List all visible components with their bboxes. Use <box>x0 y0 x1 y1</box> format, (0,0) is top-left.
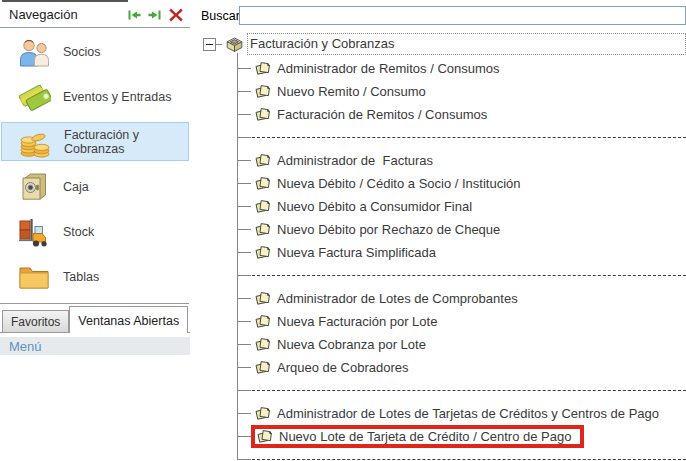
forms-icon <box>254 153 271 168</box>
sidebar-item-caja[interactable]: Caja <box>0 164 190 209</box>
collapse-panel-icon[interactable] <box>128 10 141 20</box>
tree-item-nuevo-debito-por-rechazo-de-cheque[interactable]: Nuevo Débito por Rechazo de Cheque <box>200 218 686 241</box>
separator-dashed-line <box>252 390 686 391</box>
tree-item-nueva-debito-cedito-a-socio-institucion[interactable]: Nueva Débito / Cédito a Socio / Instituc… <box>200 172 686 195</box>
tree-connector-line <box>238 160 251 161</box>
tree-separator <box>200 448 686 461</box>
tree-connector-line <box>238 229 251 230</box>
tree-item-label: Nuevo Remito / Consumo <box>277 84 426 99</box>
tree-connector-line <box>238 413 251 414</box>
sidebar-item-label: Facturación y Cobranzas <box>64 128 188 156</box>
tree-item-label: Nueva Débito / Cédito a Socio / Instituc… <box>277 176 521 191</box>
sidebar-title: Navegación <box>9 7 128 22</box>
sidebar-divider <box>0 303 189 304</box>
coins-icon <box>18 126 52 158</box>
separator-dashed-line <box>252 459 686 460</box>
tree-connector-line <box>238 344 251 345</box>
tree-item-label: Nuevo Débito por Rechazo de Cheque <box>277 222 500 237</box>
tree-item-label: Administrador de Remitos / Consumos <box>277 61 500 76</box>
tree-item-label: Administrador de Lotes de Tarjetas de Cr… <box>277 406 659 421</box>
sidebar-item-eventos-y-entradas[interactable]: Eventos y Entradas <box>0 74 190 119</box>
tree-item-label: Nueva Facturación por Lote <box>277 314 437 329</box>
tree-item-administrador-de-lotes-de-comprobantes[interactable]: Administrador de Lotes de Comprobantes <box>200 287 686 310</box>
close-icon[interactable] <box>168 7 184 23</box>
tree-connector-line <box>238 367 251 368</box>
tree-item-nueva-cobranza-por-lote[interactable]: Nueva Cobranza por Lote <box>200 333 686 356</box>
search-label: Buscar: <box>201 9 243 23</box>
tree-root-label[interactable]: Facturación y Cobranzas <box>247 33 686 55</box>
highlight-box: Nuevo Lote de Tarjeta de Crédito / Centr… <box>251 425 584 448</box>
tree-separator <box>200 264 686 287</box>
tree-item-label: Nueva Factura Simplificada <box>277 245 436 260</box>
forms-icon <box>254 199 271 214</box>
sidebar-item-socios[interactable]: Socios <box>0 29 190 74</box>
tree-item-label: Arqueo de Cobradores <box>277 360 409 375</box>
menu-tree: Facturación y Cobranzas Administrador de… <box>200 31 686 461</box>
tree-item-label: Facturación de Remitos / Consumos <box>277 107 487 122</box>
tree-connector-line <box>238 206 251 207</box>
forms-icon <box>254 406 271 421</box>
tree-item-label: Administrador de Lotes de Comprobantes <box>277 291 518 306</box>
forms-icon <box>254 61 271 76</box>
tab-favoritos[interactable]: Favoritos <box>2 310 69 332</box>
search-input[interactable] <box>239 6 686 25</box>
sidebar-nav: SociosEventos y EntradasFacturación y Co… <box>0 28 190 299</box>
tree-separator <box>200 126 686 149</box>
menu-bar-label: Menú <box>9 339 42 354</box>
navigation-sidebar: Navegación SociosEventos y EntradasFactu… <box>0 2 190 355</box>
sidebar-item-label: Socios <box>63 45 101 59</box>
tree-connector-line <box>238 183 251 184</box>
tree-item-arqueo-de-cobradores[interactable]: Arqueo de Cobradores <box>200 356 686 379</box>
collapse-node-icon[interactable] <box>203 38 216 51</box>
sidebar-header-actions <box>128 7 184 23</box>
tree-item-nuevo-debito-a-consumidor-final[interactable]: Nuevo Débito a Consumidor Final <box>200 195 686 218</box>
tree-item-label: Administrador de Facturas <box>277 153 433 168</box>
sidebar-item-facturacion-y-cobranzas[interactable]: Facturación y Cobranzas <box>1 122 189 161</box>
tree-item-administrador-de-remitos-consumos[interactable]: Administrador de Remitos / Consumos <box>200 57 686 80</box>
forms-icon <box>254 176 271 191</box>
tree-connector-line <box>238 91 251 92</box>
users-icon <box>17 36 51 68</box>
tree-item-facturacion-de-remitos-consumos[interactable]: Facturación de Remitos / Consumos <box>200 103 686 126</box>
forms-icon <box>254 245 271 260</box>
tree-connector-line <box>238 459 251 460</box>
tree-connector-line <box>238 298 251 299</box>
tree-root-node: Facturación y Cobranzas <box>200 31 686 57</box>
tree-connector-line <box>238 321 251 322</box>
forms-icon <box>254 291 271 306</box>
sidebar-item-label: Caja <box>63 180 89 194</box>
menu-bar-item[interactable]: Menú <box>0 337 190 355</box>
tickets-icon <box>17 81 51 113</box>
tree-item-nuevo-lote-de-tarjeta-de-credito-centro-de-pago[interactable]: Nuevo Lote de Tarjeta de Crédito / Centr… <box>200 425 686 448</box>
separator-dashed-line <box>252 137 686 138</box>
tree-separator <box>200 379 686 402</box>
tree-connector-line <box>238 436 251 437</box>
forms-icon <box>254 337 271 352</box>
sidebar-item-label: Eventos y Entradas <box>63 90 171 104</box>
safe-icon <box>17 171 51 203</box>
forklift-icon <box>17 216 51 248</box>
expand-panel-icon[interactable] <box>148 10 161 20</box>
folder-icon <box>17 261 51 293</box>
sidebar-item-label: Stock <box>63 225 94 239</box>
tab-ventanas-abiertas[interactable]: Ventanas Abiertas <box>69 306 188 333</box>
tree-item-administrador-de-lotes-de-tarjetas-de-creditos-y[interactable]: Administrador de Lotes de Tarjetas de Cr… <box>200 402 686 425</box>
sidebar-tabs: FavoritosVentanas Abiertas <box>0 305 190 333</box>
tree-connector <box>216 44 222 45</box>
tree-connector-line <box>238 137 251 138</box>
tree-items: Administrador de Remitos / ConsumosNuevo… <box>200 57 686 461</box>
tree-connector-line <box>238 68 251 69</box>
forms-icon <box>254 360 271 375</box>
forms-icon <box>254 314 271 329</box>
tree-connector-line <box>238 252 251 253</box>
tree-connector-line <box>238 275 251 276</box>
tree-item-administrador-de-facturas[interactable]: Administrador de Facturas <box>200 149 686 172</box>
open-box-icon <box>224 35 244 53</box>
tree-item-nueva-factura-simplificada[interactable]: Nueva Factura Simplificada <box>200 241 686 264</box>
tree-item-nueva-facturacion-por-lote[interactable]: Nueva Facturación por Lote <box>200 310 686 333</box>
tree-item-nuevo-remito-consumo[interactable]: Nuevo Remito / Consumo <box>200 80 686 103</box>
app-window: Navegación SociosEventos y EntradasFactu… <box>0 0 686 461</box>
sidebar-item-label: Tablas <box>63 270 99 284</box>
sidebar-item-stock[interactable]: Stock <box>0 209 190 254</box>
sidebar-item-tablas[interactable]: Tablas <box>0 254 190 299</box>
